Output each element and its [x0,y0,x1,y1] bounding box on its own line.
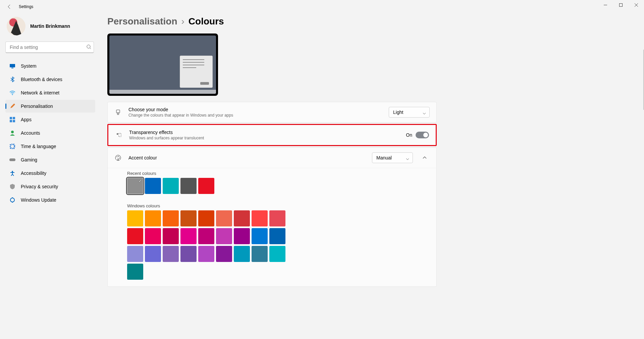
windows-colour-swatch[interactable] [234,228,250,244]
windows-colour-swatch[interactable] [127,246,143,262]
windows-colour-swatch[interactable] [269,228,285,244]
accent-section: Accent colour Manual Recent colours Wind… [107,147,437,287]
breadcrumb-parent[interactable]: Personalisation [107,16,177,27]
collapse-button[interactable] [420,153,430,163]
sidebar-item-system[interactable]: System [5,60,95,72]
accessibility-icon [9,170,15,176]
nav-label: Network & internet [21,90,59,95]
choose-mode-title: Choose your mode [128,107,382,112]
sidebar-item-accessibility[interactable]: Accessibility [5,167,95,180]
windows-colour-swatch[interactable] [145,246,161,262]
svg-point-6 [12,94,13,95]
gaming-icon [9,157,15,163]
sidebar-item-update[interactable]: Windows Update [5,194,95,206]
windows-colour-swatch[interactable] [234,210,250,226]
windows-colour-swatch[interactable] [163,210,179,226]
windows-colour-swatch[interactable] [180,246,197,262]
privacy-icon [9,184,15,190]
windows-colour-swatch[interactable] [198,228,214,244]
windows-colour-swatch[interactable] [252,246,268,262]
recent-colour-swatch[interactable] [198,178,214,194]
windows-colour-swatch[interactable] [163,246,179,262]
recent-colour-swatch[interactable] [127,178,143,194]
recent-colours-grid [127,178,287,194]
profile[interactable]: Martin Brinkmann [5,17,95,36]
chevron-down-icon [406,156,409,162]
time-icon [9,143,15,149]
windows-colour-swatch[interactable] [252,228,268,244]
windows-colour-swatch[interactable] [216,210,232,226]
transparency-row[interactable]: Transparency effects Windows and surface… [107,124,437,146]
recent-colour-swatch[interactable] [180,178,197,194]
nav-label: Privacy & security [21,184,58,189]
svg-rect-16 [116,110,120,113]
windows-colour-swatch[interactable] [198,210,214,226]
close-button[interactable] [629,0,644,10]
windows-colour-swatch[interactable] [269,210,285,226]
accent-dropdown[interactable]: Manual [372,152,413,163]
windows-colour-swatch[interactable] [163,228,179,244]
personalisation-icon [9,103,15,109]
nav-label: Personalisation [21,104,53,109]
windows-colour-swatch[interactable] [252,210,268,226]
svg-rect-5 [11,68,13,68]
sidebar-item-bluetooth[interactable]: Bluetooth & devices [5,73,95,86]
svg-rect-10 [13,120,15,122]
chevron-down-icon [423,111,426,116]
breadcrumb: Personalisation › Colours [107,16,635,27]
desktop-preview [107,33,218,96]
sidebar-item-gaming[interactable]: Gaming [5,153,95,166]
toggle-state-label: On [406,132,412,138]
svg-point-15 [10,198,14,202]
bluetooth-icon [9,76,15,82]
recent-colour-swatch[interactable] [163,178,179,194]
sidebar-item-time[interactable]: Time & language [5,140,95,153]
maximize-button[interactable] [613,0,629,10]
windows-colour-swatch[interactable] [127,228,143,244]
windows-colour-swatch[interactable] [216,246,232,262]
sidebar-item-personalisation[interactable]: Personalisation [5,100,95,113]
nav-label: Bluetooth & devices [21,77,62,82]
app-title: Settings [19,4,33,9]
windows-colour-swatch[interactable] [180,228,197,244]
windows-colour-swatch[interactable] [198,246,214,262]
svg-rect-18 [119,133,121,137]
windows-colour-swatch[interactable] [145,210,161,226]
accent-header[interactable]: Accent colour Manual [108,148,436,168]
windows-colour-swatch[interactable] [180,210,197,226]
search-input[interactable] [5,42,94,53]
svg-point-21 [118,156,119,157]
choose-mode-dropdown[interactable]: Light [389,107,430,118]
recent-colour-swatch[interactable] [145,178,161,194]
transparency-toggle[interactable] [416,132,429,138]
sparkle-icon [115,132,122,138]
palette-icon [114,154,122,161]
recent-colours-label: Recent colours [127,171,430,176]
svg-point-14 [12,171,13,172]
sidebar-item-privacy[interactable]: Privacy & security [5,180,95,193]
sidebar-item-accounts[interactable]: Accounts [5,127,95,139]
username: Martin Brinkmann [30,23,70,29]
windows-colour-swatch[interactable] [234,246,250,262]
nav-label: Gaming [21,157,37,162]
sidebar-item-apps[interactable]: Apps [5,113,95,126]
windows-colour-swatch[interactable] [127,264,143,280]
windows-colour-swatch[interactable] [269,246,285,262]
sidebar-item-network[interactable]: Network & internet [5,86,95,99]
svg-rect-13 [9,158,15,161]
nav-label: Windows Update [21,197,56,203]
titlebar: Settings [0,0,644,13]
windows-colour-swatch[interactable] [216,228,232,244]
svg-line-3 [90,48,91,49]
network-icon [9,90,15,96]
nav-label: Time & language [21,144,56,149]
windows-colours-grid [127,210,287,280]
minimize-button[interactable] [598,0,613,10]
windows-colour-swatch[interactable] [145,228,161,244]
svg-rect-1 [620,4,623,7]
choose-mode-row[interactable]: Choose your mode Change the colours that… [107,102,437,123]
back-button[interactable] [3,0,16,13]
system-icon [9,63,15,69]
windows-colour-swatch[interactable] [127,210,143,226]
svg-point-12 [10,144,15,149]
